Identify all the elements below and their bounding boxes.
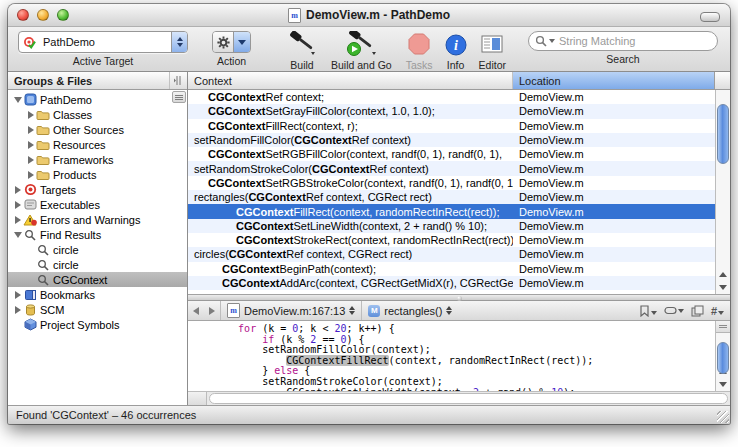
sidebar-item-products[interactable]: Products [8,167,187,182]
editor-scroll-down-button[interactable] [716,378,730,391]
disclosure-triangle-icon[interactable] [25,141,36,149]
action-button[interactable] [212,31,251,53]
location-column-header[interactable]: Location [513,72,715,89]
pane-splitter[interactable] [188,294,730,301]
result-row[interactable]: CGContextSetLineWidth(context, 2 + rand(… [188,219,715,233]
result-row[interactable]: CGContextFillRect(context, randomRectInR… [188,204,715,218]
splitter-dimple-icon [457,296,462,301]
editor-button[interactable] [480,31,504,57]
code-view[interactable]: for (k = 0; k < 20; k++) { if (k % 2 == … [188,321,715,391]
build-and-go-button[interactable] [344,31,378,57]
sidebar-item-executables[interactable]: Executables [8,197,187,212]
breakpoints-menu-button[interactable] [664,306,684,315]
context-column-header[interactable]: Context [188,72,513,89]
results-scrollbar-thumb[interactable] [717,104,729,164]
minimize-button[interactable] [37,9,49,21]
disclosure-triangle-icon[interactable] [25,156,36,164]
sidebar-item-find-results[interactable]: Find Results [8,227,187,242]
result-context-cell: CGContextBeginPath(context); [188,263,513,275]
find-icon [36,243,50,256]
sidebar-item-bookmarks[interactable]: Bookmarks [8,287,187,302]
sidebar-item-label: SCM [40,304,64,316]
title-bar[interactable]: m DemoView.m - PathDemo [8,4,730,27]
disclosure-triangle-icon[interactable] [12,291,23,299]
result-location-cell: DemoView.m [513,277,715,289]
outline-menu-button[interactable] [172,91,186,103]
sidebar-item-label: Project Symbols [40,319,119,331]
sidebar-item-errors-and-warnings[interactable]: Errors and Warnings [8,212,187,227]
editor-hscrollbar[interactable] [188,391,730,405]
counterpart-button[interactable] [691,305,704,317]
nav-back-button[interactable] [188,301,204,320]
disclosure-triangle-icon[interactable] [12,216,23,224]
result-row[interactable]: rectangles(CGContextRef context, CGRect … [188,190,715,204]
disclosure-triangle-icon[interactable] [25,171,36,179]
sidebar-item-classes[interactable]: Classes [8,107,187,122]
sidebar-item-circle[interactable]: circle [8,242,187,257]
bookmarks-menu-button[interactable] [639,305,657,317]
column-splitter-icon[interactable] [169,72,187,89]
info-button[interactable]: i [445,31,467,57]
sidebar-item-frameworks[interactable]: Frameworks [8,152,187,167]
result-row[interactable]: CGContextSetGrayFillColor(context, 1.0, … [188,104,715,118]
sidebar-item-circle[interactable]: circle [8,257,187,272]
disclosure-triangle-icon[interactable] [12,201,23,209]
zoom-button[interactable] [57,9,69,21]
file-history-popup[interactable]: m DemoView.m:167:13 [221,301,361,320]
disclosure-triangle-icon[interactable] [12,306,23,314]
result-row[interactable]: CGContextSetRGBStrokeColor(context, rand… [188,176,715,190]
disclosure-triangle-icon[interactable] [12,97,23,103]
result-row[interactable]: setRandomFillColor(CGContextRef context)… [188,133,715,147]
function-popup-stepper-icon [446,306,452,315]
result-row[interactable]: CGContextSetRGBFillColor(context, randf(… [188,147,715,161]
search-field[interactable] [528,31,718,51]
editor-scrollbar-thumb[interactable] [717,342,729,374]
resize-grip[interactable] [717,411,729,423]
sidebar-item-project-symbols[interactable]: Project Symbols [8,317,187,332]
toolbar-toggle-button[interactable] [700,12,720,22]
editor-nav-bar: m DemoView.m:167:13 M rectangles() [188,301,730,321]
sidebar-header[interactable]: Groups & Files [8,72,187,90]
sidebar-item-scm[interactable]: SCM [8,302,187,317]
split-editor-button[interactable] [716,321,730,333]
build-button[interactable] [287,31,317,57]
close-button[interactable] [17,9,29,21]
active-target-popup[interactable]: PathDemo [18,31,188,53]
results-scrollbar[interactable] [715,90,730,294]
disclosure-triangle-icon[interactable] [25,126,36,134]
function-popup[interactable]: M rectangles() [362,301,458,320]
sidebar-item-other-sources[interactable]: Other Sources [8,122,187,137]
cube-icon [23,318,37,331]
line-number-menu-button[interactable]: # [711,305,724,317]
disclosure-triangle-icon[interactable] [12,186,23,194]
result-row[interactable]: circles(CGContextRef context, CGRect rec… [188,247,715,261]
result-row[interactable]: CGContextFillRect(context, r);DemoView.m [188,119,715,133]
search-scope-arrow-icon[interactable] [549,39,555,43]
sidebar-item-pathdemo[interactable]: PathDemo [8,92,187,107]
results-scroll-up-button[interactable] [716,268,730,281]
sidebar-item-targets[interactable]: Targets [8,182,187,197]
sidebar-item-resources[interactable]: Resources [8,137,187,152]
result-row[interactable]: CGContextAddArc(context, CGRectGetMidX(r… [188,276,715,290]
result-location-cell: DemoView.m [513,91,715,103]
editor-hscroll-corner-button[interactable] [188,392,207,405]
editor-scrollbar[interactable] [715,321,730,391]
result-row[interactable]: setRandomStrokeColor(CGContextRef contex… [188,161,715,175]
sidebar-item-cgcontext[interactable]: CGContext [8,272,187,287]
folder-icon [36,108,50,121]
result-row[interactable]: CGContextRef context;DemoView.m [188,90,715,104]
search-input[interactable] [557,34,711,48]
results-scroll-down-button[interactable] [716,281,730,294]
hammer-icon [287,31,317,57]
sidebar-item-label: Resources [53,139,106,151]
result-row[interactable]: CGContextStrokeRect(context, randomRectI… [188,233,715,247]
disclosure-triangle-icon[interactable] [25,111,36,119]
stop-octagon-icon [407,31,431,57]
status-bar: Found 'CGContext' – 46 occurrences [8,405,730,424]
disclosure-triangle-icon[interactable] [12,232,23,238]
document-proxy-icon[interactable]: m [288,8,301,23]
nav-forward-button[interactable] [204,301,220,320]
editor-hscroll-track[interactable] [209,393,728,404]
result-context-cell: setRandomFillColor(CGContextRef context) [188,134,513,146]
result-row[interactable]: CGContextBeginPath(context);DemoView.m [188,262,715,276]
